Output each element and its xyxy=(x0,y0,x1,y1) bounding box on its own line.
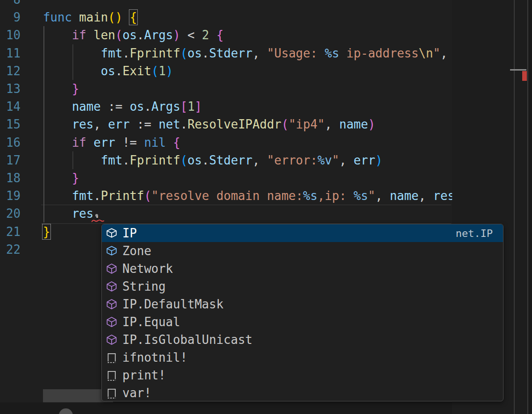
suggest-item-label: print! xyxy=(122,368,166,382)
overview-cursor-marker xyxy=(510,69,526,71)
suggest-item-print-[interactable]: print! xyxy=(102,366,503,384)
symbol-snippet-icon xyxy=(106,387,117,399)
code-text: if len(os.Args) < 2 { xyxy=(43,26,224,44)
code-text: } xyxy=(43,169,79,187)
suggest-item-ip-defaultmask[interactable]: IP.DefaultMask xyxy=(102,295,503,313)
suggest-item-label: IP.Equal xyxy=(122,315,180,329)
line-number[interactable]: 16 xyxy=(0,134,21,151)
line-number[interactable]: 21 xyxy=(0,223,21,241)
error-squiggle-icon xyxy=(92,219,104,223)
code-text: fmt.Fprintf(os.Stderr, "Usage: %s ip-add… xyxy=(43,44,447,62)
window-right-edge xyxy=(528,0,532,414)
suggest-item-var-[interactable]: var! xyxy=(102,384,503,401)
symbol-method-icon xyxy=(106,281,117,292)
symbol-field-icon xyxy=(106,228,117,239)
line-number[interactable]: 18 xyxy=(0,169,21,187)
suggest-item-label: IP xyxy=(122,226,137,240)
code-line-20[interactable]: 20 res. xyxy=(0,205,452,222)
vertical-scrollbar[interactable] xyxy=(515,0,526,414)
suggest-item-label: Zone xyxy=(122,244,151,258)
panel-divider xyxy=(527,0,528,414)
suggest-item-label: String xyxy=(122,279,166,293)
line-number[interactable]: 19 xyxy=(0,187,21,205)
code-line-14[interactable]: 14 name := os.Args[1] xyxy=(0,98,452,115)
line-number[interactable]: 11 xyxy=(0,44,21,62)
line-number[interactable]: 15 xyxy=(0,115,21,133)
code-text: fmt.Printf("resolve domain name:%s,ip: %… xyxy=(43,187,452,205)
suggest-item-label: IP.IsGlobalUnicast xyxy=(122,333,252,347)
symbol-method-icon xyxy=(106,334,117,345)
suggest-item-label: var! xyxy=(122,386,151,400)
symbol-method-icon xyxy=(106,263,117,274)
cursor-indicator xyxy=(95,214,98,217)
code-line-11[interactable]: 11 fmt.Fprintf(os.Stderr, "Usage: %s ip-… xyxy=(0,44,452,62)
line-number[interactable]: 20 xyxy=(0,205,21,222)
suggest-item-label: ifnotnil! xyxy=(122,350,187,364)
code-text: if err != nil { xyxy=(43,134,180,151)
line-number[interactable]: 9 xyxy=(0,8,21,26)
overview-error-marker xyxy=(522,71,527,81)
suggest-item-ip-isglobalunicast[interactable]: IP.IsGlobalUnicast xyxy=(102,331,503,349)
symbol-snippet-icon xyxy=(106,352,117,363)
code-line-12[interactable]: 12 os.Exit(1) xyxy=(0,62,452,80)
code-text: fmt.Fprintf(os.Stderr, "error:%v", err) xyxy=(43,151,383,169)
line-number[interactable]: 12 xyxy=(0,62,21,80)
suggest-item-label: Network xyxy=(122,262,173,276)
code-text: } xyxy=(43,80,79,98)
code-text: res, err := net.ResolveIPAddr("ip4", nam… xyxy=(43,115,376,133)
code-text: os.Exit(1) xyxy=(43,62,173,80)
suggest-item-label: IP.DefaultMask xyxy=(122,297,224,311)
line-number[interactable]: 13 xyxy=(0,80,21,98)
code-line-15[interactable]: 15 res, err := net.ResolveIPAddr("ip4", … xyxy=(0,115,452,133)
symbol-method-icon xyxy=(106,316,117,328)
suggest-item-ifnotnil-[interactable]: ifnotnil! xyxy=(102,349,503,366)
code-text: func main() { xyxy=(43,8,137,26)
line-number[interactable]: 17 xyxy=(0,151,21,169)
code-line-9[interactable]: 9func main() { xyxy=(0,8,452,26)
code-line-19[interactable]: 19 fmt.Printf("resolve domain name:%s,ip… xyxy=(0,187,452,205)
code-line-13[interactable]: 13 } xyxy=(0,80,452,98)
code-line-17[interactable]: 17 fmt.Fprintf(os.Stderr, "error:%v", er… xyxy=(0,151,452,169)
suggest-widget: IPnet.IPZoneNetworkStringIP.DefaultMaskI… xyxy=(101,224,504,401)
symbol-field-icon xyxy=(106,245,117,257)
symbol-snippet-icon xyxy=(106,370,117,381)
vscode-editor-window: { "colors": { "bg": "#1f1f1f", "line_num… xyxy=(0,0,532,414)
suggest-item-ip-equal[interactable]: IP.Equal xyxy=(102,313,503,331)
suggest-item-detail: net.IP xyxy=(456,228,493,239)
suggest-item-zone[interactable]: Zone xyxy=(102,242,503,260)
line-number[interactable]: 10 xyxy=(0,26,21,44)
matched-bracket: } xyxy=(43,225,50,239)
symbol-method-icon xyxy=(106,299,117,310)
code-text: name := os.Args[1] xyxy=(43,98,202,115)
suggest-item-string[interactable]: String xyxy=(102,278,503,295)
suggest-item-network[interactable]: Network xyxy=(102,260,503,278)
code-line-10[interactable]: 10 if len(os.Args) < 2 { xyxy=(0,26,452,44)
line-number[interactable]: 8 xyxy=(0,0,21,8)
line-number[interactable]: 14 xyxy=(0,98,21,115)
line-number[interactable]: 22 xyxy=(0,241,21,258)
code-line-8[interactable]: 8 xyxy=(0,0,452,8)
code-line-18[interactable]: 18 } xyxy=(0,169,452,187)
suggest-item-ip[interactable]: IPnet.IP xyxy=(102,224,503,242)
code-text: } xyxy=(43,223,50,241)
matched-bracket: { xyxy=(130,10,137,24)
code-line-16[interactable]: 16 if err != nil { xyxy=(0,134,452,151)
